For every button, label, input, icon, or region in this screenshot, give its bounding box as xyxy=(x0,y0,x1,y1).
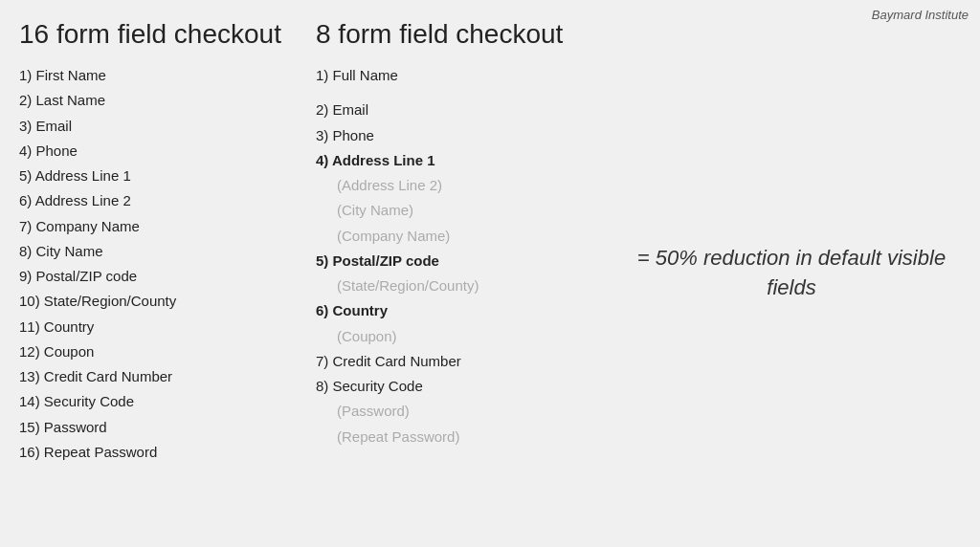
list-item: (Repeat Password) xyxy=(316,425,612,449)
list-item: 3) Phone xyxy=(316,123,612,148)
right-title: 8 form field checkout xyxy=(316,19,612,50)
list-item: 5) Address Line 1 xyxy=(19,164,316,188)
list-item: 13) Credit Card Number xyxy=(19,364,316,389)
right-column: 8 form field checkout 1) Full Name2) Ema… xyxy=(316,19,612,528)
list-item: (State/Region/County) xyxy=(316,274,612,298)
list-item: 12) Coupon xyxy=(19,339,316,364)
list-item: 5) Postal/ZIP code xyxy=(316,249,612,274)
note-column: = 50% reduction in default visible field… xyxy=(612,19,951,528)
right-field-list: 1) Full Name2) Email3) Phone4) Address L… xyxy=(316,63,612,449)
list-item: 1) Full Name xyxy=(316,63,612,88)
list-item: 11) Country xyxy=(19,315,316,339)
list-item: (City Name) xyxy=(316,198,612,223)
left-title: 16 form field checkout xyxy=(19,19,316,50)
main-container: 16 form field checkout 1) First Name2) L… xyxy=(0,0,980,547)
list-item: 1) First Name xyxy=(19,63,316,88)
list-item: (Address Line 2) xyxy=(316,173,612,198)
list-item: (Company Name) xyxy=(316,224,612,249)
list-item: 16) Repeat Password xyxy=(19,440,316,465)
spacer xyxy=(316,88,612,98)
list-item: 9) Postal/ZIP code xyxy=(19,264,316,289)
watermark: Baymard Institute xyxy=(872,8,969,22)
list-item: 7) Credit Card Number xyxy=(316,349,612,374)
list-item: 4) Address Line 1 xyxy=(316,148,612,173)
list-item: 15) Password xyxy=(19,415,316,440)
list-item: 4) Phone xyxy=(19,139,316,164)
list-item: 2) Last Name xyxy=(19,88,316,113)
list-item: 6) Country xyxy=(316,298,612,323)
left-column: 16 form field checkout 1) First Name2) L… xyxy=(19,19,316,528)
reduction-note: = 50% reduction in default visible field… xyxy=(632,244,951,303)
list-item: 14) Security Code xyxy=(19,389,316,414)
list-item: 6) Address Line 2 xyxy=(19,188,316,213)
list-item: 7) Company Name xyxy=(19,214,316,239)
list-item: 2) Email xyxy=(316,98,612,122)
list-item: 10) State/Region/County xyxy=(19,289,316,314)
list-item: 8) City Name xyxy=(19,239,316,264)
list-item: (Password) xyxy=(316,399,612,424)
list-item: 8) Security Code xyxy=(316,374,612,399)
list-item: (Coupon) xyxy=(316,324,612,349)
list-item: 3) Email xyxy=(19,114,316,139)
left-field-list: 1) First Name2) Last Name3) Email4) Phon… xyxy=(19,63,316,465)
